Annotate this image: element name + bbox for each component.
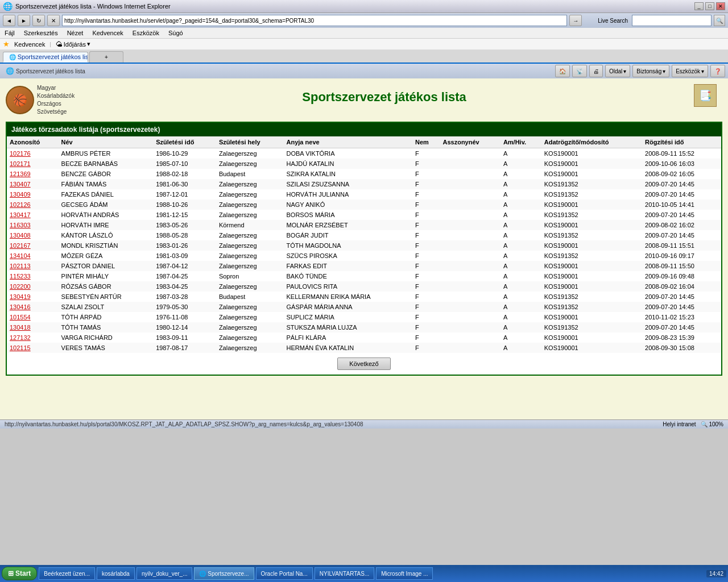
cell-id: 130416: [7, 302, 59, 312]
cell-szul-ido: 1981-06-30: [153, 179, 216, 189]
cell-nev: HORVÁTH ANDRÁS: [59, 210, 154, 220]
cell-nev: BENCZE GÁBOR: [59, 169, 154, 179]
cell-szul-ido: 1987-03-28: [153, 292, 216, 302]
id-link[interactable]: 130419: [10, 293, 31, 300]
security-button[interactable]: Biztonság ▾: [632, 65, 669, 77]
cell-rogzesi-ido: 2008-09-02 16:05: [642, 169, 721, 179]
table-row: 102115 VERES TAMÁS 1987-08-17 Zalaegersz…: [7, 343, 721, 353]
id-link[interactable]: 102167: [10, 242, 31, 249]
table-row: 130418 TÓTH TAMÁS 1980-12-14 Zalaegersze…: [7, 322, 721, 332]
menu-szerkesztes[interactable]: Szerkesztés: [22, 29, 60, 37]
close-button[interactable]: ✕: [716, 2, 725, 10]
cell-id: 102126: [7, 199, 59, 210]
cell-nem: F: [412, 159, 440, 169]
home-button[interactable]: 🏠: [555, 65, 570, 77]
print-button[interactable]: 🖨: [589, 65, 603, 77]
id-link[interactable]: 130407: [10, 181, 31, 188]
cell-amhiv: A: [500, 281, 541, 292]
table-row: 127132 VARGA RICHÁRD 1983-09-11 Zalaeger…: [7, 332, 721, 343]
cell-asszonynev: [440, 322, 500, 332]
cell-nev: AMBRUS PÉTER: [59, 148, 154, 159]
window-controls[interactable]: _ □ ✕: [694, 2, 725, 10]
tab-sportszervezet[interactable]: 🌐 Sportszervezet játékos lista: [3, 52, 88, 63]
cell-asszonynev: [440, 302, 500, 312]
back-button[interactable]: ◄: [3, 15, 15, 26]
go-button[interactable]: →: [569, 15, 582, 26]
menu-sugo[interactable]: Súgó: [167, 29, 185, 37]
menu-nezet[interactable]: Nézet: [65, 29, 85, 37]
cell-rogzito: KOS191352: [541, 302, 642, 312]
cell-rogzito: KOS190001: [541, 343, 642, 353]
id-link[interactable]: 116303: [10, 222, 31, 228]
forward-button[interactable]: ►: [18, 15, 30, 26]
search-input[interactable]: [632, 15, 712, 26]
help-button[interactable]: ❓: [710, 65, 725, 77]
players-table: Azonosító Név Születési idő Születési he…: [7, 136, 721, 353]
cell-anya-neve: KELLERMANN ERIKA MÁRIA: [284, 292, 412, 302]
cell-amhiv: A: [500, 148, 541, 159]
stop-button[interactable]: ✕: [47, 15, 60, 26]
table-row: 102167 MONDL KRISZTIÁN 1983-01-26 Zalaeg…: [7, 240, 721, 251]
id-link[interactable]: 130408: [10, 232, 31, 239]
id-link[interactable]: 102200: [10, 283, 31, 290]
id-link[interactable]: 102126: [10, 201, 31, 208]
cell-nem: F: [412, 322, 440, 332]
menu-fajl[interactable]: Fájl: [3, 29, 16, 37]
page-title: Sportszervezet játékos lista: [75, 84, 694, 105]
cell-nev: TÓTH TAMÁS: [59, 322, 154, 332]
id-link[interactable]: 102176: [10, 150, 31, 157]
cell-amhiv: A: [500, 261, 541, 271]
minimize-button[interactable]: _: [694, 2, 704, 10]
cell-szul-hely: Zalaegerszeg: [216, 332, 284, 343]
refresh-button[interactable]: ↻: [32, 15, 45, 26]
cell-rogzesi-ido: 2009-09-16 09:48: [642, 271, 721, 281]
cell-id: 102167: [7, 240, 59, 251]
menu-eszkozok[interactable]: Eszközök: [131, 29, 161, 37]
cell-rogzito: KOS191352: [541, 322, 642, 332]
id-link[interactable]: 130418: [10, 324, 31, 331]
cell-nem: F: [412, 281, 440, 292]
tools-button[interactable]: Eszközök ▾: [672, 65, 708, 77]
fav-star-icon: ★: [3, 40, 10, 48]
fav-idojaras[interactable]: 🌤 Időjárás ▾: [56, 40, 90, 48]
cell-id: 130408: [7, 230, 59, 240]
status-right: Helyi intranet 🔍 100%: [663, 421, 723, 427]
id-link[interactable]: 130416: [10, 304, 31, 310]
new-tab[interactable]: +: [89, 51, 123, 63]
search-button[interactable]: 🔍: [714, 15, 725, 26]
id-link[interactable]: 130417: [10, 211, 31, 218]
id-link[interactable]: 134104: [10, 252, 31, 259]
cell-nev: TÓTH ÁRPÁD: [59, 312, 154, 322]
feeds-button[interactable]: 📡: [572, 65, 587, 77]
maximize-button[interactable]: □: [705, 2, 714, 10]
zoom-level: 🔍 100%: [701, 421, 723, 427]
cell-rogzito: KOS191352: [541, 251, 642, 261]
cell-szul-ido: 1983-04-25: [153, 281, 216, 292]
id-link[interactable]: 121369: [10, 171, 31, 177]
id-link[interactable]: 127132: [10, 334, 31, 341]
cell-szul-ido: 1976-11-08: [153, 312, 216, 322]
cell-nev: PÁSZTOR DÁNIEL: [59, 261, 154, 271]
cell-asszonynev: [440, 281, 500, 292]
cell-anya-neve: FARKAS EDIT: [284, 261, 412, 271]
address-input[interactable]: [62, 15, 567, 26]
cell-szul-ido: 1983-01-26: [153, 240, 216, 251]
table-row: 130407 FÁBIÁN TAMÁS 1981-06-30 Zalaegers…: [7, 179, 721, 189]
cell-asszonynev: [440, 148, 500, 159]
col-szul-hely: Születési hely: [216, 136, 284, 148]
id-link[interactable]: 102113: [10, 263, 31, 269]
next-button[interactable]: Következő: [337, 357, 390, 370]
page-button[interactable]: Oldal ▾: [605, 65, 630, 77]
cell-rogzito: KOS190001: [541, 240, 642, 251]
internet-zone: Helyi intranet: [663, 421, 696, 427]
id-link[interactable]: 101554: [10, 314, 31, 321]
id-link[interactable]: 102115: [10, 344, 31, 351]
id-link[interactable]: 102171: [10, 160, 31, 167]
col-nev: Név: [59, 136, 154, 148]
fav-kedvencek[interactable]: Kedvencek: [14, 41, 45, 48]
id-link[interactable]: 115233: [10, 273, 31, 280]
cell-nem: F: [412, 210, 440, 220]
menu-kedvencek[interactable]: Kedvencek: [90, 29, 125, 37]
id-link[interactable]: 130409: [10, 191, 31, 198]
separator: |: [49, 41, 51, 47]
